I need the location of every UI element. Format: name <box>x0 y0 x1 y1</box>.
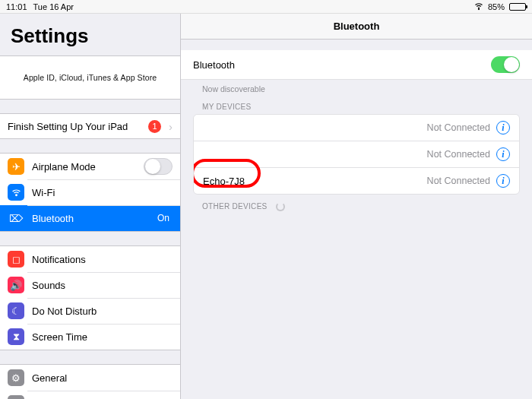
info-icon[interactable]: i <box>496 147 510 161</box>
info-icon[interactable]: i <box>496 174 510 188</box>
wifi-icon <box>8 184 24 201</box>
battery-percent: 85% <box>488 2 505 11</box>
page-title: Bluetooth <box>181 14 532 40</box>
svg-point-0 <box>478 8 479 9</box>
status-bar: 11:01 Tue 16 Apr 85% <box>0 0 532 14</box>
svg-point-1 <box>15 194 17 195</box>
finish-setup-row[interactable]: Finish Setting Up Your iPad 1 › <box>0 114 180 138</box>
main-panel: Bluetooth Bluetooth Now discoverable MY … <box>181 14 532 399</box>
sidebar-item-screentime[interactable]: ⧗ Screen Time <box>0 324 180 350</box>
device-row[interactable]: Not Connected i <box>194 141 519 167</box>
bluetooth-icon: ⌦ <box>8 210 24 226</box>
sidebar-item-control-centre[interactable]: ◉ Control Centre <box>0 391 180 399</box>
device-row[interactable]: Not Connected i <box>194 115 519 141</box>
notifications-icon: ◻ <box>8 251 24 268</box>
status-time: 11:01 <box>6 2 27 11</box>
settings-title: Settings <box>0 14 180 55</box>
sidebar-item-dnd[interactable]: ☾ Do Not Disturb <box>0 298 180 324</box>
sidebar-item-wifi[interactable]: Wi-Fi <box>0 179 180 205</box>
moon-icon: ☾ <box>8 302 24 319</box>
apple-id-row[interactable]: Apple ID, iCloud, iTunes & App Store <box>0 56 180 99</box>
my-devices-header: MY DEVICES <box>193 95 520 114</box>
discoverable-text: Now discoverable <box>193 80 520 95</box>
status-date: Tue 16 Apr <box>33 2 74 11</box>
other-devices-header: OTHER DEVICES <box>193 195 520 214</box>
bluetooth-toggle[interactable] <box>491 56 520 73</box>
sidebar-item-sounds[interactable]: 🔊 Sounds <box>0 272 180 298</box>
gear-icon: ⚙ <box>8 369 24 386</box>
control-centre-icon: ◉ <box>8 395 24 399</box>
sounds-icon: 🔊 <box>8 277 24 293</box>
airplane-icon: ✈ <box>8 158 24 175</box>
sidebar: Settings Apple ID, iCloud, iTunes & App … <box>0 14 181 399</box>
setup-badge: 1 <box>148 120 161 133</box>
wifi-icon <box>474 2 483 12</box>
device-row-echo[interactable]: Echo-7J8 Not Connected i <box>194 167 519 194</box>
spinner-icon <box>276 202 285 211</box>
finish-setup-label: Finish Setting Up Your iPad <box>8 121 148 132</box>
sidebar-item-airplane[interactable]: ✈ Airplane Mode <box>0 154 180 179</box>
hourglass-icon: ⧗ <box>8 328 24 345</box>
bluetooth-toggle-row: Bluetooth <box>193 50 520 79</box>
sidebar-item-notifications[interactable]: ◻ Notifications <box>0 246 180 272</box>
info-icon[interactable]: i <box>496 121 510 135</box>
sidebar-item-general[interactable]: ⚙ General <box>0 365 180 391</box>
sidebar-item-bluetooth[interactable]: ⌦ Bluetooth On <box>0 205 180 231</box>
chevron-right-icon: › <box>169 120 173 133</box>
airplane-toggle[interactable] <box>144 158 173 175</box>
battery-icon <box>509 3 526 11</box>
